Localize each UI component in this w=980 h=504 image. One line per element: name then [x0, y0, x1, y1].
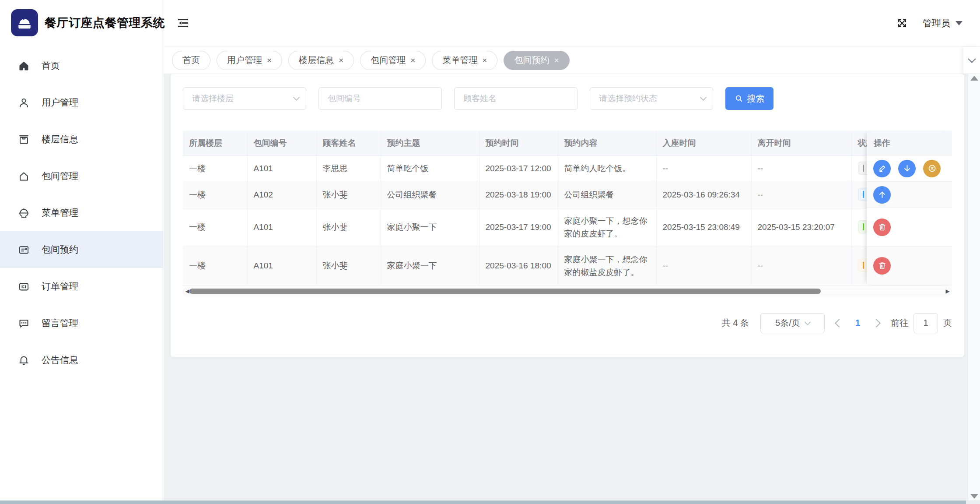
sidebar-item-label: 公告信息 — [42, 354, 78, 366]
tab-reservation[interactable]: 包间预约× — [504, 51, 569, 70]
current-page[interactable]: 1 — [854, 318, 862, 328]
sidebar-fold-icon[interactable] — [177, 17, 189, 29]
arrow-up-icon — [878, 190, 887, 199]
next-page-button[interactable] — [872, 319, 881, 328]
home-icon — [18, 60, 30, 72]
sidebar-item-home[interactable]: 首页 — [0, 47, 163, 84]
tab-menu[interactable]: 菜单管理× — [432, 51, 497, 70]
edit-button[interactable] — [873, 160, 891, 177]
column-header: 预约时间 — [479, 131, 558, 155]
operation-row — [867, 182, 952, 208]
page-size-select[interactable]: 5条/页 — [760, 313, 825, 333]
tab-label: 用户管理 — [227, 54, 262, 66]
table-row: 一楼A102张小斐公司组织聚餐2025-03-18 19:00公司组织聚餐202… — [183, 182, 952, 208]
sidebar-item-reservation[interactable]: 包间预约 — [0, 231, 163, 268]
customer-name-input[interactable] — [463, 94, 570, 103]
cloche-icon — [16, 13, 33, 32]
room-number-field[interactable] — [318, 87, 442, 110]
seat-button[interactable] — [898, 160, 916, 177]
table-cell: -- — [751, 247, 851, 285]
pagination: 共 4 条 5条/页 1 前往 页 — [183, 313, 952, 333]
table-cell: 家庭小聚一下，想念你家的皮皮虾了。 — [558, 208, 656, 247]
user-menu[interactable]: 管理员 — [923, 17, 962, 29]
tab-floors[interactable]: 楼层信息× — [288, 51, 354, 70]
delete-button[interactable] — [873, 257, 891, 275]
close-icon[interactable]: × — [554, 56, 559, 64]
table-cell: -- — [656, 247, 751, 285]
goto-page-input[interactable] — [914, 313, 938, 333]
sidebar-item-rooms[interactable]: 包间管理 — [0, 158, 163, 194]
sidebar-item-menu[interactable]: 菜单管理 — [0, 194, 163, 231]
search-button[interactable]: 搜索 — [725, 87, 774, 110]
delete-icon — [878, 261, 887, 270]
scroll-right-icon[interactable]: ▶ — [944, 288, 952, 295]
sidebar-menu: 首页用户管理楼层信息包间管理菜单管理包间预约订单管理留言管理公告信息 — [0, 47, 163, 378]
room-number-input[interactable] — [328, 94, 434, 103]
table-cell: A101 — [247, 208, 316, 247]
leave-button[interactable] — [873, 186, 891, 204]
filter-row: 请选择楼层 请选择预约状态 搜索 — [183, 87, 952, 110]
scroll-down-icon[interactable] — [970, 494, 978, 499]
tab-users[interactable]: 用户管理× — [217, 51, 282, 70]
table-cell: 2025-03-17 12:00 — [479, 155, 558, 182]
table-cell: 2025-03-18 19:00 — [479, 182, 558, 208]
room-icon — [18, 170, 30, 182]
close-icon[interactable]: × — [267, 56, 272, 64]
table-cell: 公司组织聚餐 — [558, 182, 656, 208]
close-icon[interactable]: × — [482, 56, 487, 64]
table-cell: 一楼 — [183, 155, 247, 182]
sidebar-item-floors[interactable]: 楼层信息 — [0, 121, 163, 158]
tab-home[interactable]: 首页 — [172, 51, 210, 70]
scroll-up-icon[interactable] — [970, 76, 978, 81]
scrollbar-thumb[interactable] — [189, 289, 821, 294]
table-row: 一楼A101张小斐家庭小聚一下2025-03-16 18:00家庭小聚一下，想念… — [183, 247, 952, 285]
page-horizontal-scrollbar[interactable] — [0, 500, 980, 504]
customer-name-field[interactable] — [454, 87, 578, 110]
table-row: 一楼A101李思思简单吃个饭2025-03-17 12:00简单约人吃个饭。--… — [183, 155, 952, 182]
operation-row — [867, 208, 952, 247]
table-clip: 所属楼层包间编号顾客姓名预约主题预约时间预约内容入座时间离开时间状态操作 一楼A… — [183, 131, 952, 285]
sidebar-item-label: 包间预约 — [42, 243, 78, 256]
message-icon — [18, 317, 30, 329]
tab-label: 包间管理 — [371, 54, 406, 66]
sidebar-item-users[interactable]: 用户管理 — [0, 84, 163, 121]
table-horizontal-scrollbar[interactable]: ◀ ▶ — [183, 288, 952, 295]
table-cell: 2025-03-16 18:00 — [479, 247, 558, 285]
table-cell: -- — [751, 182, 851, 208]
tab-overflow-button[interactable] — [963, 47, 980, 74]
floor-select[interactable]: 请选择楼层 — [183, 87, 306, 110]
content-area: 请选择楼层 请选择预约状态 搜索 — [164, 74, 968, 500]
vertical-scrollbar[interactable] — [968, 74, 980, 500]
prev-page-button[interactable] — [835, 319, 844, 328]
close-icon[interactable]: × — [339, 56, 343, 64]
operation-row — [867, 247, 952, 285]
page-suffix: 页 — [943, 317, 952, 329]
table-cell: 2025-03-15 23:08:49 — [656, 208, 751, 247]
sidebar-item-notices[interactable]: 公告信息 — [0, 342, 163, 378]
sidebar-item-label: 用户管理 — [42, 96, 78, 109]
fullscreen-icon[interactable] — [896, 18, 908, 29]
page-size-value: 5条/页 — [775, 317, 800, 329]
delete-button[interactable] — [873, 219, 891, 236]
table-cell: 家庭小聚一下，想念你家的椒盐皮皮虾了。 — [558, 247, 656, 285]
cancel-icon — [928, 164, 937, 173]
close-icon[interactable]: × — [410, 56, 415, 64]
arrow-down-icon — [903, 164, 912, 173]
tab-rooms[interactable]: 包间管理× — [360, 51, 426, 70]
table-cell: 家庭小聚一下 — [381, 247, 479, 285]
chevron-down-icon — [805, 319, 811, 325]
reservation-icon — [18, 244, 30, 256]
tab-label: 菜单管理 — [442, 54, 477, 66]
cancel-button[interactable] — [923, 160, 941, 177]
page-scrollbar-thumb[interactable] — [0, 500, 966, 504]
chevron-down-icon — [293, 94, 300, 101]
search-icon — [735, 94, 743, 103]
sidebar-item-messages[interactable]: 留言管理 — [0, 305, 163, 342]
sidebar: 餐厅订座点餐管理系统 首页用户管理楼层信息包间管理菜单管理包间预约订单管理留言管… — [0, 0, 163, 500]
status-select[interactable]: 请选择预约状态 — [590, 87, 713, 110]
chevron-down-icon — [968, 55, 976, 63]
table-cell: 张小斐 — [316, 208, 381, 247]
operation-row — [867, 155, 952, 182]
sidebar-item-orders[interactable]: 订单管理 — [0, 268, 163, 305]
column-header: 预约内容 — [558, 131, 656, 155]
